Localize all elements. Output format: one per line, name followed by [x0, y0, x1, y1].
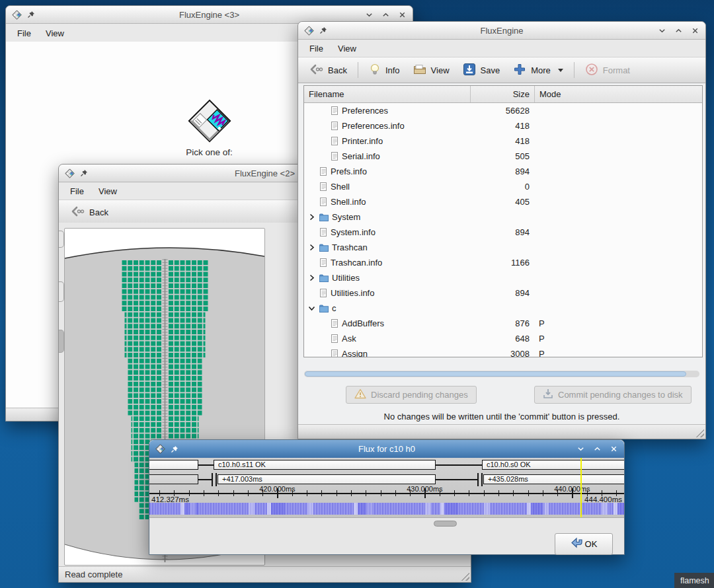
resize-grip[interactable] — [694, 427, 704, 437]
menu-file[interactable]: File — [63, 184, 91, 198]
filename-cell: Assign — [304, 349, 471, 357]
sector-box: c10.h0.s0 OK — [482, 460, 624, 470]
minimize-button[interactable] — [576, 445, 585, 453]
back-icon — [70, 205, 85, 220]
collapse-arrow-icon[interactable] — [307, 305, 316, 312]
table-row[interactable]: AddBuffers876P — [304, 316, 702, 331]
info-button[interactable]: Info — [363, 59, 406, 81]
toolbar-separator — [574, 62, 575, 78]
close-button[interactable] — [610, 445, 618, 453]
column-mode[interactable]: Mode — [535, 86, 702, 102]
file-icon — [331, 122, 338, 130]
flux-bottom-panel: OK — [149, 517, 624, 554]
file-icon — [319, 198, 327, 206]
save-button[interactable]: Save — [457, 59, 506, 81]
scrollbar-handle[interactable] — [434, 521, 457, 527]
back-button[interactable]: Back — [303, 59, 353, 81]
scrollbar-thumb[interactable] — [305, 371, 686, 377]
table-row[interactable]: c — [304, 301, 702, 316]
menu-view[interactable]: View — [38, 26, 71, 40]
maximize-button[interactable] — [674, 26, 683, 35]
table-row[interactable]: Preferences56628 — [304, 103, 702, 118]
file-icon — [319, 258, 327, 267]
expand-arrow-icon[interactable] — [307, 213, 316, 221]
table-row[interactable]: Trashcan — [304, 240, 702, 255]
pin-icon[interactable] — [319, 26, 327, 34]
format-button[interactable]: Format — [579, 59, 636, 81]
table-row[interactable]: Printer.info418 — [304, 133, 702, 149]
horizontal-scrollbar[interactable] — [304, 371, 699, 377]
fluxengine-logo-icon — [65, 168, 75, 178]
filename-text: Trashcan — [332, 242, 368, 252]
table-row[interactable]: Utilities.info894 — [304, 285, 702, 301]
commit-note: No changes will be written until the 'co… — [298, 412, 705, 422]
maximize-button[interactable] — [593, 445, 602, 453]
menu-view[interactable]: View — [331, 42, 364, 55]
filename-text: c — [332, 303, 337, 313]
column-filename[interactable]: Filename — [304, 86, 471, 102]
filename-cell: Shell — [304, 182, 471, 192]
view-button[interactable]: View — [407, 60, 456, 81]
pin-icon[interactable] — [27, 11, 35, 18]
time-axis: 420.000ms430.000ms440.000ms 412.327ms 44… — [149, 486, 624, 503]
file-icon — [331, 137, 338, 145]
timing-bracket — [477, 473, 483, 486]
menu-file[interactable]: File — [10, 26, 38, 40]
menu-view[interactable]: View — [91, 184, 124, 198]
table-row[interactable]: Preferences.info418 — [304, 118, 702, 133]
titlebar[interactable]: FluxEngine — [298, 22, 705, 40]
minor-tick — [248, 490, 249, 496]
timing-bracket — [212, 473, 217, 486]
warning-icon — [354, 388, 366, 401]
maximize-button[interactable] — [381, 11, 390, 19]
titlebar[interactable]: Flux for c10 h0 — [149, 440, 624, 459]
desktop: { "desktop": { "taskbar_label": "flamesh… — [0, 0, 714, 588]
size-cell: 894 — [471, 288, 535, 298]
column-size[interactable]: Size — [471, 86, 535, 102]
filename-cell: System.info — [304, 227, 471, 237]
filename-cell: Trashcan — [304, 242, 471, 252]
menu-file[interactable]: File — [302, 42, 331, 55]
pin-icon[interactable] — [80, 169, 88, 177]
close-button[interactable] — [398, 11, 407, 19]
table-row[interactable]: Assign3008P — [304, 346, 702, 357]
table-row[interactable]: System — [304, 209, 702, 225]
file-table[interactable]: Filename Size Mode Preferences56628Prefe… — [303, 85, 703, 357]
filename-cell: Preferences — [304, 106, 471, 116]
commit-changes-button[interactable]: Commit pending changes to disk — [534, 386, 692, 404]
back-button[interactable]: Back — [64, 202, 114, 223]
expand-arrow-icon[interactable] — [307, 244, 316, 251]
status-bar — [298, 424, 705, 439]
ok-button[interactable]: OK — [555, 533, 613, 555]
info-label: Info — [385, 65, 400, 75]
table-row[interactable]: Utilities — [304, 270, 702, 285]
resize-grip[interactable] — [459, 571, 469, 581]
flux-density-strip — [149, 503, 624, 515]
sector-box: c10.h0.s11 OK — [214, 460, 436, 470]
minimize-button[interactable] — [658, 26, 666, 35]
table-row[interactable]: System.info894 — [304, 225, 702, 240]
flux-graph[interactable]: c10.h0.s11 OK c10.h0.s0 OK +417.003ms +4… — [149, 458, 624, 517]
file-icon — [319, 182, 327, 191]
discard-changes-button[interactable]: Discard pending changes — [346, 386, 477, 404]
table-row[interactable]: Shell.info405 — [304, 194, 702, 209]
minimize-button[interactable] — [365, 11, 374, 19]
expand-arrow-icon[interactable] — [307, 274, 316, 281]
table-row[interactable]: Trashcan.info1166 — [304, 255, 702, 270]
file-icon — [331, 106, 338, 115]
filename-text: System — [332, 212, 360, 222]
table-row[interactable]: Prefs.info894 — [304, 164, 702, 179]
table-row[interactable]: Ask648P — [304, 331, 702, 346]
file-icon — [331, 319, 338, 328]
menubar: File View — [298, 40, 705, 57]
minor-tick — [218, 490, 219, 496]
table-row[interactable]: Shell0 — [304, 179, 702, 194]
filename-cell: Utilities.info — [304, 288, 471, 298]
more-button[interactable]: More — [507, 59, 569, 81]
close-button[interactable] — [691, 26, 699, 35]
file-icon — [319, 289, 327, 297]
window-title: Flux for c10 h0 — [189, 444, 584, 454]
connector-line — [436, 464, 482, 466]
pin-icon[interactable] — [171, 445, 178, 453]
table-row[interactable]: Serial.info505 — [304, 149, 702, 164]
